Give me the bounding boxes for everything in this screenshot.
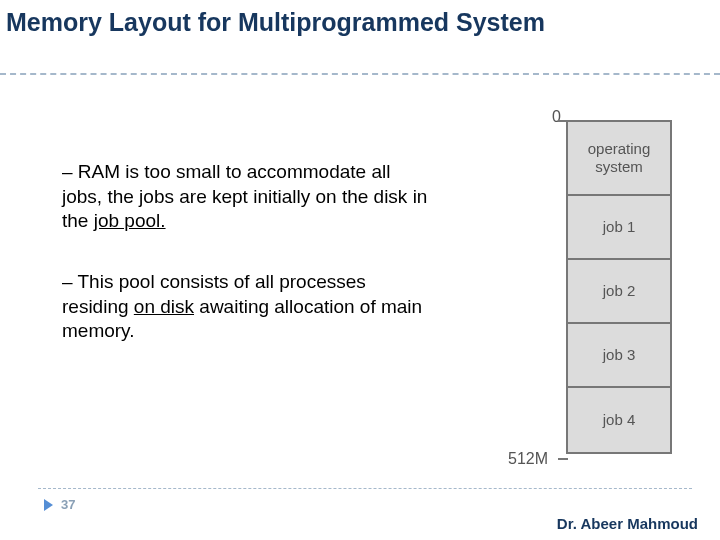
page-title: Memory Layout for Multiprogrammed System xyxy=(6,8,545,37)
bullet-1-underlined: job pool. xyxy=(94,210,166,231)
memory-diagram: 0 512M operating system job 1 job 2 job … xyxy=(472,108,692,478)
footer-author: Dr. Abeer Mahmoud xyxy=(557,515,698,532)
divider-bottom xyxy=(38,488,692,489)
tick-bottom xyxy=(558,458,568,460)
slide: Memory Layout for Multiprogrammed System… xyxy=(0,0,720,540)
memory-cell-job3: job 3 xyxy=(568,324,670,388)
memory-cell-os: operating system xyxy=(568,122,670,196)
page-marker: 37 xyxy=(44,497,75,512)
divider-top xyxy=(0,73,720,75)
bullet-2-underlined: on disk xyxy=(134,296,194,317)
memory-cell-job1: job 1 xyxy=(568,196,670,260)
memory-cell-job2: job 2 xyxy=(568,260,670,324)
memory-top-label: 0 xyxy=(552,108,561,126)
bullet-2: – This pool consists of all processes re… xyxy=(62,270,434,344)
triangle-icon xyxy=(44,499,53,511)
memory-bottom-label: 512M xyxy=(508,450,548,468)
memory-cell-job4: job 4 xyxy=(568,388,670,452)
page-number: 37 xyxy=(61,497,75,512)
bullet-1: – RAM is too small to accommodate all jo… xyxy=(62,160,434,234)
memory-column: operating system job 1 job 2 job 3 job 4 xyxy=(566,120,672,454)
